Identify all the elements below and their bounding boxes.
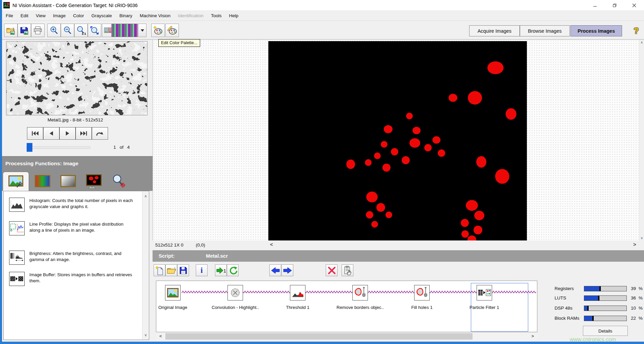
minimize-button[interactable]: [585, 0, 605, 11]
previous-image-button[interactable]: [43, 127, 59, 140]
new-color-palette-button[interactable]: [151, 24, 165, 37]
step-forward-button[interactable]: [281, 264, 293, 276]
open-image-icon: [6, 26, 16, 35]
step-original-image[interactable]: Original Image: [146, 285, 200, 310]
zoom-fit-button[interactable]: [88, 24, 101, 37]
slider-thumb[interactable]: [27, 143, 32, 152]
loop-images-button[interactable]: [92, 127, 108, 140]
step-particle-filter[interactable]: Particle Filter 1: [457, 285, 511, 310]
svg-text:1: 1: [223, 268, 226, 274]
script-scrollbar-thumb[interactable]: [165, 333, 473, 340]
menu-tools[interactable]: Tools: [207, 11, 225, 21]
meter-value: 22: [627, 316, 636, 321]
function-line-profile[interactable]: Line Profile: Displays the pixel value d…: [4, 221, 139, 235]
function-image-buffer[interactable]: Image Buffer: Stores images in buffers a…: [4, 272, 139, 286]
print-icon: [33, 26, 42, 35]
image-size-zoom-status: 512x512 1X 0: [155, 242, 183, 248]
page-total: 4: [127, 145, 130, 150]
step-label: Particle Filter 1: [469, 305, 499, 310]
menu-help[interactable]: Help: [225, 11, 242, 21]
script-scroll-right-icon[interactable]: >: [531, 334, 534, 339]
tab-binary[interactable]: [85, 174, 103, 189]
function-brightness[interactable]: Brightness: Alters the brightness, contr…: [4, 251, 139, 265]
last-image-button[interactable]: [76, 127, 92, 140]
scroll-up-icon[interactable]: ∧: [142, 193, 149, 199]
image-slider[interactable]: [26, 143, 90, 152]
save-script-icon: [179, 266, 187, 275]
step-convolution[interactable]: Convolution - Highlight..: [208, 285, 262, 310]
run-once-button[interactable]: 1: [215, 264, 227, 276]
help-button[interactable]: ?: [630, 24, 642, 37]
info-icon: i: [200, 266, 203, 274]
zoom-in-button[interactable]: [47, 24, 61, 37]
pick-step-button[interactable]: [342, 264, 353, 276]
open-script-icon: [167, 266, 176, 275]
function-list-scrollbar[interactable]: ∧ ∨: [142, 192, 149, 339]
viewer-status-bar: 512x512 1X 0 (0,0) < >: [153, 240, 644, 250]
viewer-vertical-scrollbar[interactable]: ∧ ∨: [639, 40, 644, 240]
close-button[interactable]: [624, 0, 644, 11]
step-label: Threshold 1: [286, 305, 310, 310]
script-info-button[interactable]: i: [196, 264, 208, 276]
zoom-out-button[interactable]: [61, 24, 74, 37]
run-script-button[interactable]: [227, 264, 239, 276]
last-icon: [80, 131, 87, 136]
menu-machine-vision[interactable]: Machine Vision: [136, 11, 174, 21]
tab-color[interactable]: [34, 174, 51, 189]
open-image-button[interactable]: [4, 24, 18, 37]
image-tab-icon: [8, 175, 24, 188]
step-threshold[interactable]: Threshold 1: [271, 285, 325, 310]
processed-image-display[interactable]: [268, 41, 527, 240]
tab-image[interactable]: [3, 172, 29, 191]
image-thumbnail[interactable]: [6, 41, 147, 115]
window-bottom-border: [0, 342, 644, 344]
tab-machine-vision[interactable]: [110, 174, 128, 189]
color-palette-strip[interactable]: [111, 24, 138, 37]
menu-grayscale[interactable]: Grayscale: [88, 11, 116, 21]
edit-color-palette-button[interactable]: [165, 24, 179, 37]
step-fill-holes[interactable]: Fill holes 1: [395, 285, 449, 310]
tab-grayscale[interactable]: [59, 174, 77, 189]
next-image-button[interactable]: [59, 127, 76, 140]
print-button[interactable]: [31, 24, 45, 37]
details-button[interactable]: Details: [583, 326, 628, 336]
script-horizontal-scrollbar[interactable]: < >: [156, 333, 537, 340]
viewer-scroll-right-icon[interactable]: >: [633, 241, 636, 247]
process-images-button[interactable]: Process Images: [570, 25, 622, 36]
step-back-button[interactable]: [269, 264, 281, 276]
grayscale-tab-icon: [60, 175, 76, 187]
viewer-scroll-up-icon[interactable]: ∧: [640, 40, 644, 44]
slider-track[interactable]: [26, 146, 90, 149]
acquire-images-button[interactable]: Acquire Images: [469, 25, 520, 36]
viewer-scroll-left-icon[interactable]: <: [270, 241, 273, 247]
zoom-1to1-button[interactable]: 1:1: [74, 24, 88, 37]
first-image-button[interactable]: [27, 127, 43, 140]
save-script-button[interactable]: [177, 264, 189, 276]
menu-binary[interactable]: Binary: [116, 11, 136, 21]
page-current: 1: [113, 145, 116, 150]
save-image-button[interactable]: [18, 24, 31, 37]
restore-button[interactable]: [605, 0, 624, 11]
meter-label: LUTS: [555, 295, 566, 300]
menu-file[interactable]: File: [2, 11, 17, 21]
script-header: Script: Metal.scr: [153, 250, 644, 262]
function-histogram[interactable]: Histogram: Counts the total number of pi…: [4, 198, 139, 212]
open-script-button[interactable]: [165, 264, 177, 276]
step-remove-borders[interactable]: Remove borders objec..: [333, 285, 387, 310]
script-scroll-left-icon[interactable]: <: [159, 334, 162, 339]
meter-label: Block RAMs: [555, 316, 580, 321]
new-script-button[interactable]: [154, 264, 165, 276]
menu-image[interactable]: Image: [49, 11, 70, 21]
palette-dropdown-button[interactable]: [138, 24, 146, 37]
delete-step-button[interactable]: [326, 264, 338, 276]
menu-color[interactable]: Color: [70, 11, 88, 21]
processing-functions-header: Processing Functions: Image: [0, 156, 153, 170]
remove-borders-step-icon: [352, 285, 368, 300]
menu-view[interactable]: View: [32, 11, 49, 21]
scroll-down-icon[interactable]: ∨: [142, 332, 149, 338]
menu-edit[interactable]: Edit: [17, 11, 32, 21]
page-of-label: of: [120, 145, 124, 150]
viewer-scroll-down-icon[interactable]: ∨: [640, 236, 644, 240]
step-label: Remove borders objec..: [337, 305, 384, 310]
browse-images-button[interactable]: Browse Images: [520, 25, 570, 36]
